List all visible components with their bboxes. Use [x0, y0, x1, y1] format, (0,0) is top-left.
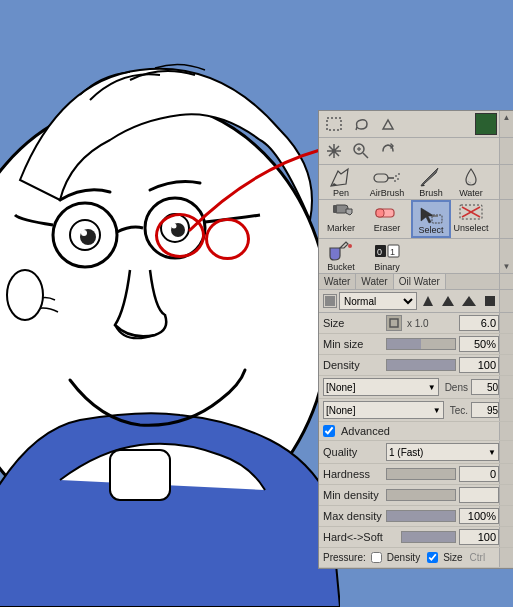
hard-soft-input[interactable] [459, 529, 499, 545]
panel-scrollbar-dd2[interactable] [499, 399, 513, 421]
svg-point-6 [81, 230, 87, 236]
panel-scrollbar-blend[interactable] [499, 290, 513, 312]
density-input[interactable] [459, 357, 499, 373]
panel-scrollbar-minsize[interactable] [499, 334, 513, 354]
panel-scrollbar-top[interactable]: ▲ [499, 111, 513, 137]
select-label: Select [418, 225, 443, 235]
quality-row: Quality 1 (Fast) ▼ [319, 441, 513, 464]
panel-scrollbar-dd1[interactable] [499, 376, 513, 398]
svg-rect-40 [325, 296, 335, 306]
brush-tool-icon[interactable]: Brush [411, 165, 451, 199]
min-size-label: Min size [323, 338, 383, 350]
svg-text:1: 1 [390, 247, 395, 257]
move-tool-btn[interactable] [321, 139, 347, 163]
unselect-tool[interactable]: Unselect [451, 200, 491, 238]
blend-mode-icon[interactable] [323, 294, 337, 308]
advanced-checkbox[interactable] [323, 425, 335, 437]
tool-panel: ▲ [318, 110, 513, 569]
panel-scrollbar-size[interactable] [499, 313, 513, 333]
svg-marker-43 [462, 296, 476, 306]
zoom-tool-btn[interactable] [348, 139, 374, 163]
hardness-row: Hardness [319, 464, 513, 485]
panel-scrollbar-2[interactable] [499, 138, 513, 164]
pressure-size-checkbox[interactable] [427, 552, 438, 563]
size-icon-btn[interactable] [386, 315, 402, 331]
dropdown1-select[interactable]: [None] ▼ [323, 378, 439, 396]
panel-scrollbar-pressure[interactable] [499, 548, 513, 567]
min-density-slider[interactable] [386, 489, 456, 501]
panel-scrollbar-tabs[interactable] [499, 274, 513, 289]
hardness-label: Hardness [323, 468, 383, 480]
drawing-canvas[interactable] [0, 0, 340, 607]
marquee-tool-btn[interactable] [321, 112, 347, 136]
svg-point-11 [7, 270, 43, 320]
density-slider[interactable] [386, 359, 456, 371]
brush-shape-1[interactable] [419, 292, 437, 310]
svg-rect-25 [333, 205, 337, 213]
hard-soft-slider[interactable] [401, 531, 456, 543]
pressure-density-checkbox[interactable] [371, 552, 382, 563]
quality-arrow: ▼ [488, 448, 496, 457]
binary-tool[interactable]: 0 1 Binary [363, 239, 411, 273]
advanced-row: Advanced [319, 422, 513, 441]
bucket-tool[interactable]: Bucket [319, 239, 363, 273]
max-density-slider[interactable] [386, 510, 456, 522]
dropdown1-arrow: ▼ [428, 383, 436, 392]
quality-label: Quality [323, 446, 383, 458]
water-tool[interactable]: Water [451, 165, 491, 199]
max-density-input[interactable] [459, 508, 499, 524]
svg-point-31 [436, 215, 438, 217]
panel-scrollbar-quality[interactable] [499, 441, 513, 463]
hardness-input[interactable] [459, 466, 499, 482]
airbrush-tool[interactable]: AirBrush [363, 165, 411, 199]
panel-scrollbar-5[interactable]: ▼ [499, 239, 513, 273]
water-label: Water [459, 188, 483, 198]
tab-water-2[interactable]: Water [356, 274, 393, 289]
eraser-tool[interactable]: Eraser [363, 200, 411, 238]
marker-label: Marker [327, 223, 355, 233]
panel-scrollbar-density[interactable] [499, 355, 513, 375]
hardness-slider[interactable] [386, 468, 456, 480]
brush-shape-3[interactable] [459, 292, 479, 310]
pen-label: Pen [333, 188, 349, 198]
density-row: Density [319, 355, 513, 376]
marker-tool[interactable]: Marker [319, 200, 363, 238]
svg-rect-45 [390, 319, 398, 327]
tab-water-1[interactable]: Water [319, 274, 356, 289]
brush-shape-2[interactable] [439, 292, 457, 310]
blend-mode-select[interactable]: Normal [339, 292, 417, 310]
min-size-input[interactable] [459, 336, 499, 352]
panel-scrollbar-hardsoft[interactable] [499, 527, 513, 547]
tab-oil-water[interactable]: Oil Water [394, 274, 446, 289]
dropdown2-value: [None] [326, 405, 355, 416]
quality-select[interactable]: 1 (Fast) ▼ [386, 443, 499, 461]
max-density-label: Max density [323, 510, 383, 522]
color-swatch-1[interactable] [475, 113, 497, 135]
panel-scrollbar-mindensity[interactable] [499, 485, 513, 505]
unselect-label: Unselect [453, 223, 488, 233]
panel-scrollbar-hardness[interactable] [499, 464, 513, 484]
size-input[interactable] [459, 315, 499, 331]
tec-input[interactable] [471, 402, 499, 418]
min-density-input[interactable] [459, 487, 499, 503]
dropdown2-row: [None] ▼ Tec. [319, 399, 513, 422]
dropdown1-value: [None] [326, 382, 355, 393]
panel-scrollbar-3[interactable] [499, 165, 513, 199]
rotate-tool-btn[interactable] [375, 139, 401, 163]
dropdown2-select[interactable]: [None] ▼ [323, 401, 444, 419]
size-multiplier: x 1.0 [407, 318, 429, 329]
pen-tool[interactable]: Pen [319, 165, 363, 199]
svg-point-35 [348, 244, 352, 248]
blend-mode-row: Normal [319, 290, 513, 313]
tool-row-pen: Pen AirBrush Brush W [319, 165, 513, 200]
panel-scrollbar-maxdensity[interactable] [499, 506, 513, 526]
paint-tool-btn[interactable] [375, 112, 401, 136]
lasso-tool-btn[interactable] [348, 112, 374, 136]
svg-text:0: 0 [377, 247, 382, 257]
dens-input[interactable] [471, 379, 499, 395]
select-tool[interactable]: Select [411, 200, 451, 238]
min-size-slider[interactable] [386, 338, 456, 350]
panel-scrollbar-4[interactable] [499, 200, 513, 238]
brush-shape-square[interactable] [481, 292, 499, 310]
panel-scrollbar-advanced[interactable] [499, 422, 513, 440]
